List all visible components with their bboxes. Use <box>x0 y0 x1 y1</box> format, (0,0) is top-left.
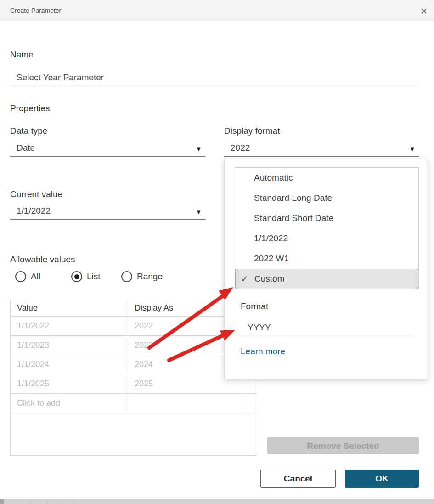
chevron-down-icon: ▼ <box>196 209 202 215</box>
empty-cell <box>128 394 245 413</box>
value-cell[interactable]: 1/1/2025 <box>11 374 128 393</box>
current-value-select[interactable]: 1/1/2022 ▼ <box>10 203 205 220</box>
table-row-click-to-add[interactable]: Click to add <box>11 394 257 413</box>
chevron-down-icon: ▼ <box>196 146 202 152</box>
data-type-value: Date <box>17 143 35 153</box>
cancel-button[interactable]: Cancel <box>260 470 336 488</box>
table-row[interactable]: 1/1/2023 2023 <box>11 336 257 355</box>
format-options-list: ✓ Automatic ✓ Standard Long Date ✓ Stand… <box>235 167 419 289</box>
name-input[interactable]: Select Year Parameter <box>10 69 419 86</box>
value-list-table: Value Display As 1/1/2022 2022 1/1/2023 … <box>10 300 257 456</box>
display-format-select[interactable]: 2022 ▼ <box>224 140 419 157</box>
radio-all-label: All <box>31 272 40 282</box>
dialog-titlebar: Create Parameter ✕ <box>0 0 434 21</box>
radio-range-label: Range <box>137 272 163 282</box>
spacer-cell <box>245 394 257 413</box>
column-header-value: Value <box>11 300 128 316</box>
checkmark-icon: ✓ <box>241 273 254 284</box>
current-value-label: Current value <box>10 189 62 199</box>
radio-circle <box>121 271 132 282</box>
radio-range[interactable]: Range <box>121 271 163 282</box>
background-window-segment <box>0 499 4 504</box>
learn-more-link[interactable]: Learn more <box>241 346 285 357</box>
format-input-value: YYYY <box>248 323 271 333</box>
data-type-label: Data type <box>10 126 47 136</box>
format-option-custom[interactable]: ✓ Custom <box>235 269 418 289</box>
remove-selected-button[interactable]: Remove Selected <box>267 437 419 454</box>
name-label: Name <box>10 50 34 60</box>
table-row[interactable]: 1/1/2024 2024 <box>11 355 257 374</box>
table-header-row: Value Display As <box>11 300 257 317</box>
display-format-value: 2022 <box>231 143 250 153</box>
properties-heading: Properties <box>10 103 50 113</box>
table-row[interactable]: 1/1/2022 2022 <box>11 317 257 336</box>
display-format-dropdown-panel: ✓ Automatic ✓ Standard Long Date ✓ Stand… <box>224 159 428 379</box>
allowable-values-label: Allowable values <box>10 255 75 265</box>
format-option-date[interactable]: ✓ 1/1/2022 <box>235 228 418 249</box>
format-option-standard-long-date[interactable]: ✓ Standard Long Date <box>235 188 418 208</box>
dialog-title: Create Parameter <box>10 7 61 14</box>
value-cell[interactable]: 1/1/2024 <box>11 355 128 374</box>
click-to-add-cell[interactable]: Click to add <box>11 394 128 413</box>
value-cell[interactable]: 1/1/2023 <box>11 336 128 355</box>
radio-circle <box>15 271 26 282</box>
format-option-week[interactable]: ✓ 2022 W1 <box>235 249 418 269</box>
table-row[interactable]: 1/1/2025 2025 <box>11 374 257 394</box>
create-parameter-dialog: Create Parameter ✕ Name Select Year Para… <box>0 0 434 504</box>
current-value-value: 1/1/2022 <box>17 206 51 216</box>
value-cell[interactable]: 1/1/2022 <box>11 317 128 335</box>
name-input-value: Select Year Parameter <box>17 73 104 83</box>
radio-all[interactable]: All <box>15 271 40 282</box>
background-window-edge <box>0 499 434 504</box>
format-option-automatic[interactable]: ✓ Automatic <box>235 168 418 188</box>
radio-circle <box>71 271 82 282</box>
radio-list-label: List <box>87 272 101 282</box>
chevron-down-icon: ▼ <box>409 146 415 152</box>
format-input[interactable]: YYYY <box>241 319 413 336</box>
display-format-label: Display format <box>224 126 280 136</box>
close-icon[interactable]: ✕ <box>418 6 429 17</box>
data-type-select[interactable]: Date ▼ <box>10 140 205 157</box>
radio-list[interactable]: List <box>71 271 101 282</box>
format-label: Format <box>241 301 268 311</box>
format-option-standard-short-date[interactable]: ✓ Standard Short Date <box>235 208 418 228</box>
ok-button[interactable]: OK <box>345 470 419 488</box>
